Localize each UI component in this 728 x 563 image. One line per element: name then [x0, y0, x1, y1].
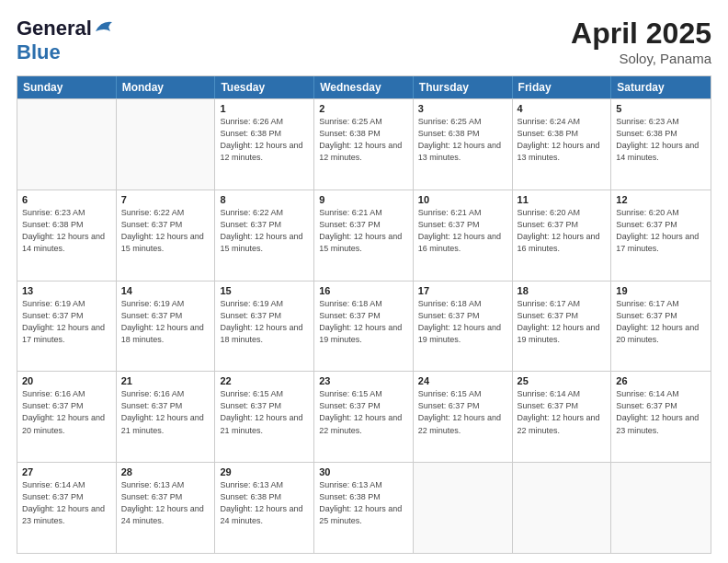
calendar-day-25: 25Sunrise: 6:14 AM Sunset: 6:37 PM Dayli… [513, 372, 612, 462]
day-number: 20 [22, 375, 111, 386]
day-info: Sunrise: 6:26 AM Sunset: 6:38 PM Dayligh… [220, 116, 309, 164]
day-number: 28 [121, 466, 210, 477]
day-info: Sunrise: 6:25 AM Sunset: 6:38 PM Dayligh… [418, 116, 507, 164]
calendar-day-7: 7Sunrise: 6:22 AM Sunset: 6:37 PM Daylig… [117, 190, 216, 281]
day-number: 27 [22, 466, 111, 477]
day-number: 8 [220, 194, 309, 205]
calendar-week-3: 13Sunrise: 6:19 AM Sunset: 6:37 PM Dayli… [17, 281, 711, 372]
calendar-day-13: 13Sunrise: 6:19 AM Sunset: 6:37 PM Dayli… [17, 282, 117, 372]
logo: General Blue [17, 17, 114, 64]
day-number: 10 [418, 194, 507, 205]
day-number: 17 [418, 285, 507, 296]
calendar-day-24: 24Sunrise: 6:15 AM Sunset: 6:37 PM Dayli… [414, 372, 513, 462]
day-number: 23 [319, 375, 408, 386]
calendar-day-17: 17Sunrise: 6:18 AM Sunset: 6:37 PM Dayli… [414, 282, 513, 372]
day-info: Sunrise: 6:21 AM Sunset: 6:37 PM Dayligh… [319, 207, 408, 255]
day-number: 26 [616, 375, 706, 386]
header-cell-wednesday: Wednesday [314, 76, 414, 98]
day-info: Sunrise: 6:16 AM Sunset: 6:37 PM Dayligh… [121, 388, 210, 436]
day-info: Sunrise: 6:13 AM Sunset: 6:37 PM Dayligh… [121, 479, 210, 527]
page: General Blue April 2025 Soloy, Panama Su… [0, 0, 728, 563]
day-number: 19 [616, 285, 706, 296]
calendar-day-23: 23Sunrise: 6:15 AM Sunset: 6:37 PM Dayli… [314, 372, 414, 462]
calendar-day-11: 11Sunrise: 6:20 AM Sunset: 6:37 PM Dayli… [513, 190, 612, 281]
calendar-day-27: 27Sunrise: 6:14 AM Sunset: 6:37 PM Dayli… [17, 463, 117, 553]
calendar-day-16: 16Sunrise: 6:18 AM Sunset: 6:37 PM Dayli… [314, 282, 414, 372]
day-number: 12 [616, 194, 706, 205]
day-info: Sunrise: 6:22 AM Sunset: 6:37 PM Dayligh… [121, 207, 210, 255]
calendar-week-5: 27Sunrise: 6:14 AM Sunset: 6:37 PM Dayli… [17, 462, 711, 553]
calendar-week-4: 20Sunrise: 6:16 AM Sunset: 6:37 PM Dayli… [17, 371, 711, 462]
header-cell-tuesday: Tuesday [215, 76, 314, 98]
calendar-day-10: 10Sunrise: 6:21 AM Sunset: 6:37 PM Dayli… [414, 190, 513, 281]
day-info: Sunrise: 6:25 AM Sunset: 6:38 PM Dayligh… [319, 116, 408, 164]
day-info: Sunrise: 6:15 AM Sunset: 6:37 PM Dayligh… [418, 388, 507, 436]
day-number: 13 [22, 285, 111, 296]
day-info: Sunrise: 6:16 AM Sunset: 6:37 PM Dayligh… [22, 388, 111, 436]
calendar-day-empty [414, 463, 513, 553]
calendar: SundayMondayTuesdayWednesdayThursdayFrid… [17, 75, 711, 554]
calendar-day-26: 26Sunrise: 6:14 AM Sunset: 6:37 PM Dayli… [611, 372, 711, 462]
calendar-day-28: 28Sunrise: 6:13 AM Sunset: 6:37 PM Dayli… [117, 463, 216, 553]
calendar-day-29: 29Sunrise: 6:13 AM Sunset: 6:38 PM Dayli… [215, 463, 314, 553]
day-info: Sunrise: 6:15 AM Sunset: 6:37 PM Dayligh… [220, 388, 309, 436]
day-info: Sunrise: 6:20 AM Sunset: 6:37 PM Dayligh… [616, 207, 706, 255]
day-number: 18 [518, 285, 607, 296]
day-number: 30 [319, 466, 408, 477]
header-cell-thursday: Thursday [414, 76, 513, 98]
calendar-day-3: 3Sunrise: 6:25 AM Sunset: 6:38 PM Daylig… [414, 99, 513, 190]
calendar-day-9: 9Sunrise: 6:21 AM Sunset: 6:37 PM Daylig… [314, 190, 414, 281]
day-info: Sunrise: 6:23 AM Sunset: 6:38 PM Dayligh… [22, 207, 111, 255]
calendar-body: 1Sunrise: 6:26 AM Sunset: 6:38 PM Daylig… [17, 98, 711, 553]
day-number: 22 [220, 375, 309, 386]
day-number: 14 [121, 285, 210, 296]
calendar-day-15: 15Sunrise: 6:19 AM Sunset: 6:37 PM Dayli… [215, 282, 314, 372]
day-info: Sunrise: 6:14 AM Sunset: 6:37 PM Dayligh… [22, 479, 111, 527]
day-info: Sunrise: 6:19 AM Sunset: 6:37 PM Dayligh… [220, 298, 309, 346]
day-number: 11 [518, 194, 607, 205]
calendar-week-1: 1Sunrise: 6:26 AM Sunset: 6:38 PM Daylig… [17, 98, 711, 190]
day-info: Sunrise: 6:14 AM Sunset: 6:37 PM Dayligh… [616, 388, 706, 436]
day-info: Sunrise: 6:14 AM Sunset: 6:37 PM Dayligh… [518, 388, 607, 436]
calendar-day-empty [611, 463, 711, 553]
calendar-day-5: 5Sunrise: 6:23 AM Sunset: 6:38 PM Daylig… [611, 99, 711, 190]
day-info: Sunrise: 6:17 AM Sunset: 6:37 PM Dayligh… [616, 298, 706, 346]
logo-blue: Blue [17, 40, 61, 63]
calendar-day-18: 18Sunrise: 6:17 AM Sunset: 6:37 PM Dayli… [513, 282, 612, 372]
calendar-day-empty [117, 99, 216, 190]
location-subtitle: Soloy, Panama [571, 51, 711, 66]
calendar-day-empty [17, 99, 117, 190]
calendar-day-1: 1Sunrise: 6:26 AM Sunset: 6:38 PM Daylig… [215, 99, 314, 190]
month-title: April 2025 [571, 17, 711, 51]
header-cell-sunday: Sunday [17, 76, 117, 98]
day-info: Sunrise: 6:19 AM Sunset: 6:37 PM Dayligh… [22, 298, 111, 346]
logo-line1: General [17, 17, 114, 40]
day-number: 3 [418, 103, 507, 114]
calendar-day-30: 30Sunrise: 6:13 AM Sunset: 6:38 PM Dayli… [314, 463, 414, 553]
day-info: Sunrise: 6:21 AM Sunset: 6:37 PM Dayligh… [418, 207, 507, 255]
day-info: Sunrise: 6:23 AM Sunset: 6:38 PM Dayligh… [616, 116, 706, 164]
calendar-day-20: 20Sunrise: 6:16 AM Sunset: 6:37 PM Dayli… [17, 372, 117, 462]
day-info: Sunrise: 6:19 AM Sunset: 6:37 PM Dayligh… [121, 298, 210, 346]
day-number: 5 [616, 103, 706, 114]
calendar-day-12: 12Sunrise: 6:20 AM Sunset: 6:37 PM Dayli… [611, 190, 711, 281]
day-number: 7 [121, 194, 210, 205]
day-number: 6 [22, 194, 111, 205]
day-info: Sunrise: 6:13 AM Sunset: 6:38 PM Dayligh… [220, 479, 309, 527]
logo-line2: Blue [17, 40, 61, 64]
day-number: 15 [220, 285, 309, 296]
day-number: 24 [418, 375, 507, 386]
day-number: 25 [518, 375, 607, 386]
day-info: Sunrise: 6:24 AM Sunset: 6:38 PM Dayligh… [518, 116, 607, 164]
day-number: 1 [220, 103, 309, 114]
day-info: Sunrise: 6:18 AM Sunset: 6:37 PM Dayligh… [418, 298, 507, 346]
logo-bird-icon [94, 18, 114, 35]
day-info: Sunrise: 6:13 AM Sunset: 6:38 PM Dayligh… [319, 479, 408, 527]
day-info: Sunrise: 6:17 AM Sunset: 6:37 PM Dayligh… [518, 298, 607, 346]
day-number: 29 [220, 466, 309, 477]
day-number: 16 [319, 285, 408, 296]
calendar-day-14: 14Sunrise: 6:19 AM Sunset: 6:37 PM Dayli… [117, 282, 216, 372]
calendar-day-6: 6Sunrise: 6:23 AM Sunset: 6:38 PM Daylig… [17, 190, 117, 281]
calendar-day-22: 22Sunrise: 6:15 AM Sunset: 6:37 PM Dayli… [215, 372, 314, 462]
day-number: 21 [121, 375, 210, 386]
